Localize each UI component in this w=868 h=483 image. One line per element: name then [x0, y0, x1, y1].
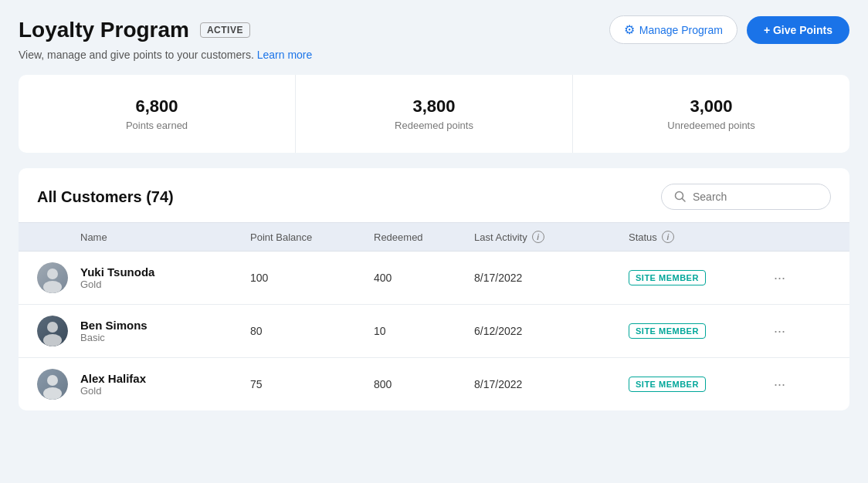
svg-point-4: [47, 322, 58, 333]
page-container: Loyalty Program ACTIVE ⚙ Manage Program …: [0, 0, 868, 483]
points-earned-value: 6,800: [34, 96, 280, 117]
learn-more-link[interactable]: Learn more: [257, 49, 313, 61]
actions-cell: ···: [768, 267, 806, 289]
svg-point-6: [47, 375, 58, 386]
redeemed-points-label: Redeemed points: [311, 120, 557, 131]
gear-icon: ⚙: [624, 22, 635, 37]
avatar-image: [37, 316, 68, 346]
stat-unredeemed-points: 3,000 Unredeemed points: [573, 75, 849, 153]
customer-info: Yuki Tsunoda Gold: [80, 265, 250, 290]
avatar-silhouette: [37, 369, 68, 400]
stat-points-earned: 6,800 Points earned: [19, 75, 296, 153]
last-activity-cell: 6/12/2022: [474, 325, 629, 337]
customer-name: Yuki Tsunoda: [80, 265, 250, 279]
stats-card: 6,800 Points earned 3,800 Redeemed point…: [19, 75, 849, 153]
table-header: Name Point Balance Redeemed Last Activit…: [19, 222, 849, 252]
search-input[interactable]: [693, 191, 818, 203]
point-balance-cell: 100: [250, 272, 374, 284]
avatar-silhouette: [37, 316, 68, 346]
actions-cell: ···: [768, 320, 806, 343]
status-info-icon[interactable]: i: [662, 231, 674, 243]
active-status-badge: ACTIVE: [200, 22, 250, 38]
more-options-button[interactable]: ···: [768, 267, 792, 289]
give-points-button[interactable]: + Give Points: [747, 16, 849, 44]
points-earned-label: Points earned: [34, 120, 280, 131]
point-balance-cell: 75: [250, 378, 374, 390]
avatar-silhouette: [37, 262, 68, 293]
table-row: Alex Halifax Gold 75 800 8/17/2022 SITE …: [19, 358, 849, 410]
more-options-button[interactable]: ···: [768, 320, 792, 343]
status-cell: SITE MEMBER: [629, 323, 768, 339]
col-last-activity: Last Activity i: [474, 231, 629, 243]
status-cell: SITE MEMBER: [629, 377, 768, 392]
status-badge: SITE MEMBER: [629, 377, 706, 392]
customers-card: All Customers (74) Name Point Balance Re…: [19, 168, 849, 410]
avatar: [37, 369, 68, 400]
customers-title: All Customers (74): [37, 188, 174, 206]
customers-header: All Customers (74): [19, 168, 849, 222]
page-header: Loyalty Program ACTIVE ⚙ Manage Program …: [19, 15, 849, 44]
customer-name: Alex Halifax: [80, 372, 250, 385]
header-left: Loyalty Program ACTIVE: [19, 18, 250, 42]
stat-redeemed-points: 3,800 Redeemed points: [296, 75, 573, 153]
col-status: Status i: [629, 231, 768, 243]
manage-program-button[interactable]: ⚙ Manage Program: [609, 15, 737, 44]
avatar-image: [37, 369, 68, 400]
actions-cell: ···: [768, 373, 806, 396]
col-name: Name: [80, 231, 250, 243]
customer-info: Ben Simons Basic: [80, 319, 250, 343]
search-icon: [674, 191, 687, 203]
svg-point-5: [43, 334, 62, 346]
unredeemed-points-label: Unredeemed points: [588, 120, 834, 131]
customer-tier: Basic: [80, 332, 250, 343]
table-row: Ben Simons Basic 80 10 6/12/2022 SITE ME…: [19, 305, 849, 358]
col-point-balance: Point Balance: [250, 231, 374, 243]
page-title: Loyalty Program: [19, 18, 189, 42]
last-activity-cell: 8/17/2022: [474, 378, 629, 390]
customer-tier: Gold: [80, 385, 250, 397]
search-box[interactable]: [661, 184, 831, 210]
header-actions: ⚙ Manage Program + Give Points: [609, 15, 849, 44]
customer-tier: Gold: [80, 279, 250, 290]
avatar: [37, 316, 68, 346]
customer-info: Alex Halifax Gold: [80, 372, 250, 397]
redeemed-cell: 10: [374, 325, 474, 337]
svg-point-2: [47, 269, 58, 279]
svg-line-1: [683, 199, 686, 202]
redeemed-points-value: 3,800: [311, 96, 557, 117]
unredeemed-points-value: 3,000: [588, 96, 834, 117]
point-balance-cell: 80: [250, 325, 374, 337]
redeemed-cell: 800: [374, 378, 474, 390]
customer-name: Ben Simons: [80, 319, 250, 332]
status-cell: SITE MEMBER: [629, 270, 768, 285]
col-redeemed: Redeemed: [374, 231, 474, 243]
redeemed-cell: 400: [374, 272, 474, 284]
svg-point-3: [43, 281, 62, 293]
avatar: [37, 262, 68, 293]
status-badge: SITE MEMBER: [629, 323, 706, 339]
more-options-button[interactable]: ···: [768, 373, 792, 396]
last-activity-cell: 8/17/2022: [474, 272, 629, 284]
page-subtitle: View, manage and give points to your cus…: [19, 49, 849, 61]
avatar-image: [37, 262, 68, 293]
svg-point-7: [43, 387, 62, 400]
status-badge: SITE MEMBER: [629, 270, 706, 285]
table-row: Yuki Tsunoda Gold 100 400 8/17/2022 SITE…: [19, 252, 849, 305]
last-activity-info-icon[interactable]: i: [532, 231, 544, 243]
